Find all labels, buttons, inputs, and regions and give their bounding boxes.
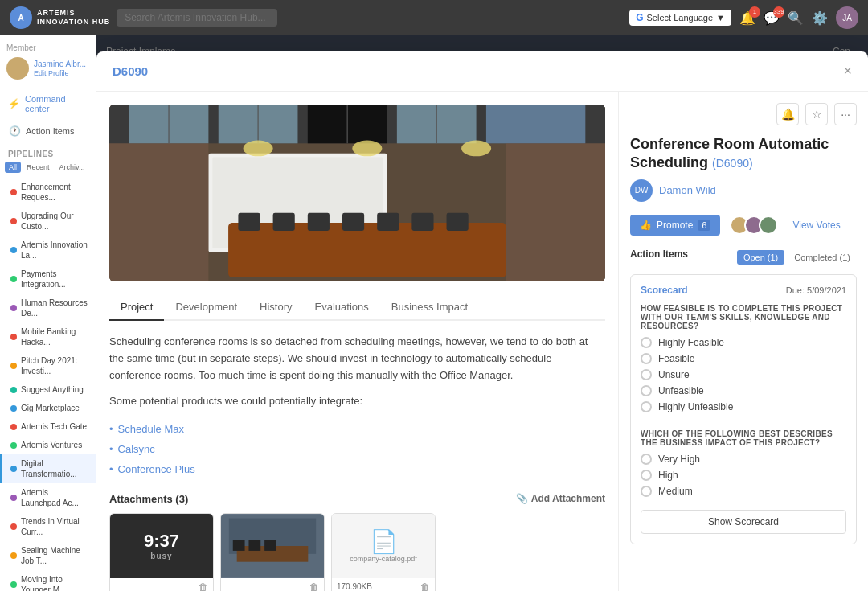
search-icon[interactable]: 🔍 (788, 10, 804, 26)
list-item[interactable]: Trends In Virtual Curr... (0, 512, 96, 541)
author-row: DW Damon Wild (630, 179, 857, 202)
option-unsure[interactable]: Unsure (641, 369, 846, 380)
action-tab-open[interactable]: Open (1) (737, 250, 784, 265)
tab-project[interactable]: Project (109, 294, 164, 321)
modal-body: Project Development History Evaluations … (96, 92, 868, 591)
list-item[interactable]: Gig Marketplace (0, 399, 96, 417)
radio-highly-unfeasible[interactable] (641, 401, 652, 412)
list-item[interactable]: Suggest Anything (0, 380, 96, 399)
list-item[interactable]: Artemis Ventures (0, 436, 96, 454)
svg-rect-15 (273, 213, 295, 231)
list-item[interactable]: Artemis Innovation La... (0, 236, 96, 265)
more-options-button[interactable]: ··· (834, 103, 857, 125)
sidebar-item-command-center[interactable]: ⚡ Command center (0, 88, 96, 119)
list-item[interactable]: Moving Into Younger M... (0, 570, 96, 591)
notifications-button[interactable]: 🔔 1 (739, 10, 755, 26)
list-item[interactable]: Payments Integration... (0, 265, 96, 293)
list-item[interactable]: Artemis Tech Gate (0, 417, 96, 436)
svg-rect-30 (109, 143, 208, 281)
sidebar-item-action-items[interactable]: 🕐 Action Items (0, 119, 96, 143)
hero-image (109, 105, 605, 281)
svg-point-27 (244, 141, 273, 157)
user-avatar[interactable]: JA (836, 6, 858, 29)
bell-button[interactable]: 🔔 (776, 103, 799, 125)
integration-links: Schedule Max Calsync Conference Plus (109, 420, 605, 479)
action-item-tabs: Open (1) Completed (1) (737, 250, 857, 265)
messages-button[interactable]: 💬 339 (764, 10, 780, 26)
close-button[interactable]: × (843, 63, 852, 80)
radio-feasible[interactable] (641, 353, 652, 364)
star-button[interactable]: ☆ (805, 103, 828, 125)
svg-rect-18 (377, 213, 399, 231)
action-items-header: Action Items Open (1) Completed (1) (630, 248, 857, 266)
svg-rect-14 (238, 213, 260, 231)
settings-icon[interactable]: ⚙️ (812, 10, 828, 26)
show-scorecard-button[interactable]: Show Scorecard (641, 510, 846, 534)
view-votes-link[interactable]: View Votes (792, 220, 840, 231)
attachment-item: 🗑 (220, 513, 325, 591)
option-unfeasible[interactable]: Unfeasible (641, 385, 846, 396)
svg-point-28 (352, 141, 382, 157)
list-item[interactable]: Digital Transformatio... (0, 454, 96, 483)
radio-unfeasible[interactable] (641, 385, 652, 396)
radio-highly-feasible[interactable] (641, 337, 652, 348)
link-conference-plus[interactable]: Conference Plus (109, 460, 605, 480)
list-item[interactable]: Sealing Machine Job T... (0, 541, 96, 570)
attachment-item: 📄 company-catalog.pdf 170.90KB 🗑 (331, 513, 436, 591)
tab-evaluations[interactable]: Evaluations (304, 294, 380, 321)
pipeline-tab-recent[interactable]: Recent (23, 162, 54, 173)
member-avatar (6, 57, 29, 80)
list-item[interactable]: Pitch Day 2021: Investi... (0, 351, 96, 380)
option-highly-unfeasible[interactable]: Highly Unfeasible (641, 401, 846, 412)
author-avatar: DW (630, 179, 653, 202)
add-attachment-button[interactable]: 📎 Add Attachment (516, 493, 605, 504)
google-g-icon: G (636, 12, 643, 23)
list-item[interactable]: Artemis Launchpad Ac... (0, 483, 96, 512)
author-name[interactable]: Damon Wild (659, 184, 716, 196)
pipeline-tab-all[interactable]: All (5, 162, 21, 173)
promote-button[interactable]: 👍 Promote 6 (630, 215, 720, 236)
radio-medium[interactable] (641, 486, 652, 497)
scorecard-header: Scorecard Due: 5/09/2021 (641, 285, 846, 296)
attachment-thumb-2 (221, 514, 324, 578)
delete-attachment-2[interactable]: 🗑 (309, 581, 319, 591)
action-tab-completed[interactable]: Completed (1) (788, 250, 857, 265)
option-very-high[interactable]: Very High (641, 454, 846, 465)
search-input[interactable] (117, 9, 277, 27)
radio-unsure[interactable] (641, 369, 652, 380)
option-feasible[interactable]: Feasible (641, 353, 846, 364)
radio-very-high[interactable] (641, 454, 652, 465)
member-info: Jasmine Albr... Edit Profile (6, 57, 89, 80)
option-highly-feasible[interactable]: Highly Feasible (641, 337, 846, 348)
voter-avatars (730, 215, 778, 235)
link-calsync[interactable]: Calsync (109, 440, 605, 460)
svg-point-29 (461, 141, 491, 157)
svg-rect-36 (248, 540, 260, 551)
option-high[interactable]: High (641, 470, 846, 481)
modal-overlay: D6090 × (96, 35, 868, 591)
translate-button[interactable]: G Select Language ▼ (629, 10, 731, 26)
list-item[interactable]: Mobile Banking Hacka... (0, 322, 96, 351)
tab-development[interactable]: Development (164, 294, 248, 321)
svg-rect-6 (486, 105, 585, 143)
pipeline-tab-archive[interactable]: Archiv... (55, 162, 89, 173)
svg-rect-31 (506, 143, 605, 281)
list-item[interactable]: Upgrading Our Custo... (0, 207, 96, 236)
link-schedule-max[interactable]: Schedule Max (109, 420, 605, 440)
delete-attachment-1[interactable]: 🗑 (199, 581, 208, 591)
modal-tabs: Project Development History Evaluations … (109, 294, 605, 321)
svg-rect-13 (228, 223, 506, 277)
option-medium[interactable]: Medium (641, 486, 846, 497)
list-item[interactable]: Human Resources De... (0, 293, 96, 322)
sidebar: Member Jasmine Albr... Edit Profile ⚡ Co… (0, 35, 96, 591)
tab-history[interactable]: History (248, 294, 303, 321)
tab-business-impact[interactable]: Business Impact (380, 294, 479, 321)
svg-rect-16 (308, 213, 330, 231)
radio-high[interactable] (641, 470, 652, 481)
modal-header: D6090 × (96, 51, 868, 92)
member-section: Member Jasmine Albr... Edit Profile (0, 35, 96, 88)
list-item[interactable]: Enhancement Reques... (0, 178, 96, 207)
attachment-thumb-1: 9:37 busy (110, 514, 213, 578)
delete-attachment-3[interactable]: 🗑 (420, 581, 430, 591)
scorecard-label: Scorecard (641, 285, 688, 296)
